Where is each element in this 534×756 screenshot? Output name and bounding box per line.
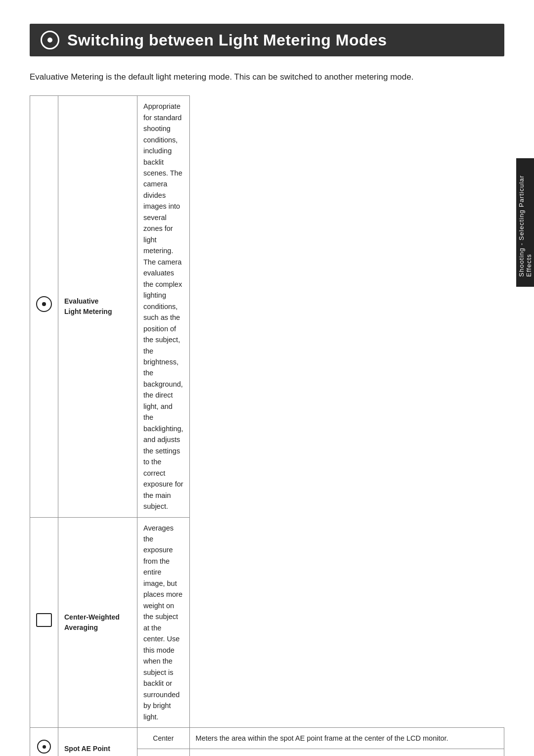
cw-label: Center-WeightedAveraging [64, 613, 120, 631]
spot-label: Spot AE Point [64, 745, 110, 753]
metering-table: EvaluativeLight Metering Appropriate for… [30, 95, 504, 756]
sidebar-tab-text: Shooting - Selecting Particular Effects [518, 168, 533, 277]
evaluative-name-cell: EvaluativeLight Metering [58, 96, 137, 517]
spot-icon-cell [30, 727, 58, 756]
evaluative-label: EvaluativeLight Metering [64, 297, 112, 315]
sidebar-tab: Shooting - Selecting Particular Effects [516, 158, 534, 287]
table-row: EvaluativeLight Metering Appropriate for… [30, 96, 504, 517]
evaluative-icon-cell [30, 96, 58, 517]
evaluative-desc-cell: Appropriate for standard shooting condit… [137, 96, 190, 517]
evaluative-icon [36, 296, 52, 312]
center-weighted-icon [36, 613, 52, 627]
spot-afpoint-desc: Meters the spot AF point corresponding t… [189, 749, 504, 756]
spot-center-sub: Center [137, 727, 190, 749]
spot-center-label: Center [153, 734, 174, 742]
cw-icon-cell [30, 517, 58, 727]
cw-name-cell: Center-WeightedAveraging [58, 517, 137, 727]
cw-desc-cell: Averages the exposure from the entire im… [137, 517, 190, 727]
title-bar: Switching between Light Metering Modes [30, 24, 504, 56]
spot-afpoint-sub: AF Point [137, 749, 190, 756]
page-title: Switching between Light Metering Modes [67, 31, 387, 49]
table-row: Spot AE Point Center Meters the area wit… [30, 727, 504, 749]
title-metering-icon [41, 31, 59, 49]
spot-center-description: Meters the area within the spot AE point… [196, 734, 448, 742]
table-row: Center-WeightedAveraging Averages the ex… [30, 517, 504, 727]
spot-name-cell: Spot AE Point [58, 727, 137, 756]
evaluative-description: Appropriate for standard shooting condit… [143, 102, 183, 510]
intro-paragraph: Evaluative Metering is the default light… [30, 70, 504, 84]
spot-icon [37, 740, 51, 754]
spot-center-desc: Meters the area within the spot AE point… [189, 727, 504, 749]
page: Switching between Light Metering Modes E… [0, 0, 534, 756]
cw-description: Averages the exposure from the entire im… [143, 524, 182, 721]
